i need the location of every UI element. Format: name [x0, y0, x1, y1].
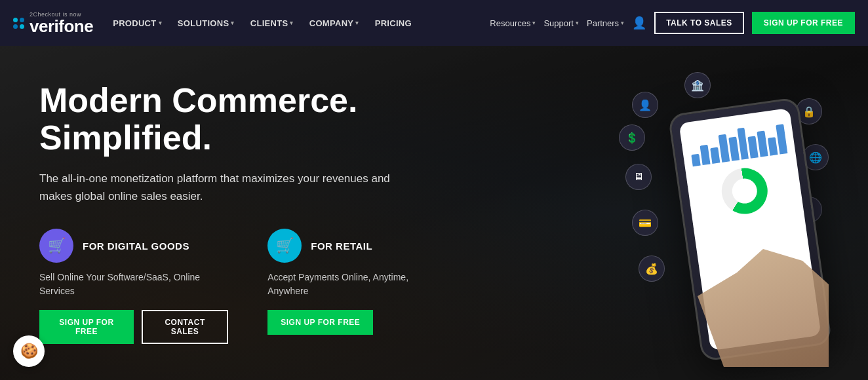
hero-illustration: 🏦 👤 💲 🖥 💳 💰 🔒 🌐 📱 📊 — [422, 46, 868, 380]
hero-subtitle: The all-in-one monetization platform tha… — [39, 170, 420, 205]
chart-bar — [718, 134, 730, 162]
chevron-down-icon: ▾ — [621, 20, 624, 26]
chart-bar — [776, 124, 787, 154]
contact-sales-button[interactable]: CONTACT SALES — [142, 310, 228, 344]
float-icon-card: 💳 — [632, 210, 658, 236]
hero-content: Modern Commerce. Simplified. The all-in-… — [0, 56, 472, 371]
retail-icon: 🛒 — [267, 229, 302, 263]
retail-desc: Accept Payments Online, Anytime, Anywher… — [267, 271, 433, 298]
logo-text: 2Checkout is now verifone — [30, 12, 93, 35]
user-account-icon[interactable]: 👤 — [632, 16, 646, 30]
digital-card-header: 🛒 FOR DIGITAL GOODS — [39, 229, 228, 263]
digital-goods-icon: 🛒 — [39, 229, 73, 263]
nav-resources[interactable]: Resources ▾ — [490, 18, 536, 28]
float-icon-user: 👤 — [632, 92, 658, 118]
retail-title: FOR RETAIL — [311, 240, 372, 252]
nav-item-clients[interactable]: CLIENTS ▾ — [244, 14, 300, 32]
nav-right: Resources ▾ Support ▾ Partners ▾ 👤 TALK … — [490, 12, 855, 34]
logo-icon — [13, 18, 24, 29]
chart-bar — [728, 137, 740, 161]
navbar: 2Checkout is now verifone PRODUCT ▾ SOLU… — [0, 0, 868, 46]
digital-goods-title: FOR DIGITAL GOODS — [83, 240, 189, 252]
logo[interactable]: 2Checkout is now verifone — [13, 12, 93, 35]
nav-item-solutions[interactable]: SOLUTIONS ▾ — [171, 14, 241, 32]
hero-title: Modern Commerce. Simplified. — [39, 82, 433, 157]
logo-dot-1 — [13, 18, 18, 22]
digital-signup-button[interactable]: SIGN UP for FREE — [39, 310, 134, 344]
logo-dot-4 — [20, 24, 24, 29]
digital-card-buttons: SIGN UP for FREE CONTACT SALES — [39, 310, 228, 344]
chart-bar — [691, 154, 700, 166]
talk-to-sales-button[interactable]: TALK TO SALES — [654, 12, 744, 34]
chevron-down-icon: ▾ — [355, 20, 359, 26]
chart-bar — [737, 128, 749, 160]
cookie-icon: 🍪 — [20, 343, 38, 360]
phone-screen-content — [679, 108, 804, 230]
logo-dot-3 — [13, 24, 18, 29]
nav-partners[interactable]: Partners ▾ — [587, 18, 624, 28]
cookie-consent-button[interactable]: 🍪 — [13, 335, 45, 367]
chart-bar — [768, 137, 778, 155]
chevron-down-icon: ▾ — [159, 20, 162, 26]
digital-goods-desc: Sell Online Your Software/SaaS, Online S… — [39, 271, 228, 298]
float-icon-dollar: 💲 — [619, 124, 645, 151]
float-icon-bank: 🏦 — [684, 72, 711, 98]
donut-chart — [719, 165, 770, 217]
chart-bar — [757, 130, 768, 157]
nav-support[interactable]: Support ▾ — [543, 18, 579, 28]
retail-card: 🛒 FOR RETAIL Accept Payments Online, Any… — [267, 229, 433, 344]
logo-dot-2 — [20, 18, 24, 22]
chevron-down-icon: ▾ — [231, 20, 234, 26]
chart-bars — [685, 114, 791, 167]
hero-cards: 🛒 FOR DIGITAL GOODS Sell Online Your Sof… — [39, 229, 433, 344]
sign-up-nav-button[interactable]: SIGN UP for FREE — [752, 12, 855, 34]
nav-item-product[interactable]: PRODUCT ▾ — [106, 14, 168, 32]
retail-card-header: 🛒 FOR RETAIL — [267, 229, 433, 263]
nav-links: PRODUCT ▾ SOLUTIONS ▾ CLIENTS ▾ COMPANY … — [106, 14, 490, 32]
digital-goods-card: 🛒 FOR DIGITAL GOODS Sell Online Your Sof… — [39, 229, 228, 344]
retail-card-buttons: SIGN UP for FREE — [267, 310, 433, 335]
chart-bar — [710, 147, 720, 164]
nav-item-pricing[interactable]: PRICING — [368, 14, 418, 32]
nav-item-company[interactable]: COMPANY ▾ — [303, 14, 366, 32]
chevron-down-icon: ▾ — [532, 20, 536, 26]
hero-section: Modern Commerce. Simplified. The all-in-… — [0, 46, 868, 380]
chart-bar — [748, 136, 759, 158]
retail-signup-button[interactable]: SIGN UP for FREE — [267, 310, 373, 335]
float-icon-monitor: 🖥 — [625, 164, 652, 190]
donut-chart-area — [691, 158, 799, 224]
chart-bar — [700, 145, 710, 165]
phone-scene: 🏦 👤 💲 🖥 💳 💰 🔒 🌐 📱 📊 — [619, 66, 829, 367]
float-icon-money: 💰 — [639, 256, 665, 282]
chevron-down-icon: ▾ — [576, 20, 579, 26]
chevron-down-icon: ▾ — [290, 20, 293, 26]
logo-name: verifone — [30, 18, 93, 35]
